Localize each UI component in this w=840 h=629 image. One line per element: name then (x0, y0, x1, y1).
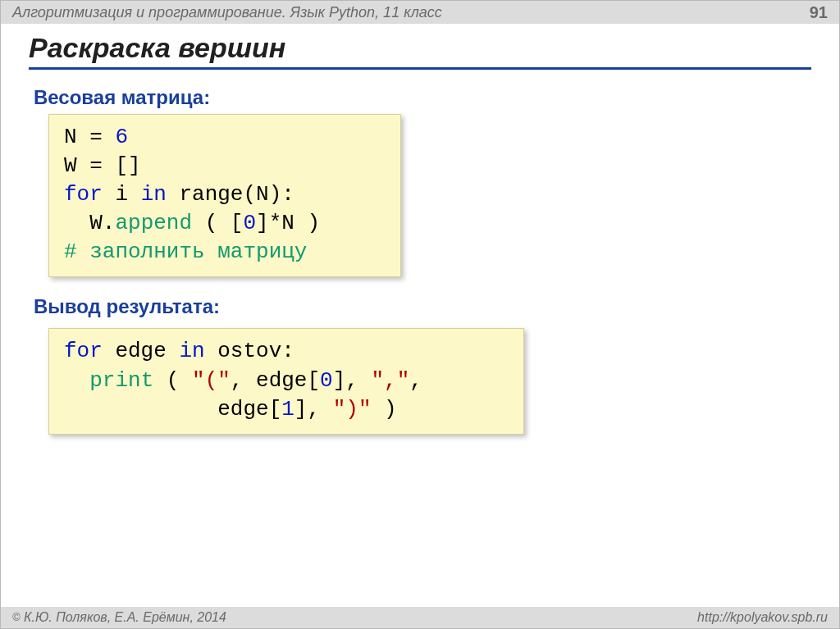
footer-authors: К.Ю. Поляков, Е.А. Ерёмин, 2014 (21, 610, 226, 624)
footer-bar: © К.Ю. Поляков, Е.А. Ерёмин, 2014 http:/… (1, 607, 839, 628)
code-text: W. (64, 211, 115, 235)
slide: Алгоритмизация и программирование. Язык … (0, 0, 840, 629)
code-text: N (64, 125, 77, 149)
code-number: 1 (281, 397, 294, 422)
code-string: "," (372, 368, 410, 393)
code-comment: # заполнить матрицу (64, 239, 307, 264)
code-number: 0 (320, 368, 333, 393)
code-string: ")" (333, 397, 372, 422)
slide-body: Весовая матрица: N = 6 W = [] for i in r… (1, 73, 839, 435)
code-text: W = [] (64, 153, 141, 178)
code-text: = (77, 125, 116, 149)
code-func: append (115, 211, 192, 235)
code-text: edge[ (64, 397, 281, 422)
code-block-matrix: N = 6 W = [] for i in range(N): W.append… (48, 114, 401, 277)
code-keyword: in (141, 182, 167, 207)
code-number: 6 (115, 125, 128, 149)
page-number: 91 (810, 3, 828, 22)
code-text: ], (294, 397, 333, 422)
code-keyword: for (64, 339, 103, 363)
code-text: , (409, 368, 422, 393)
footer-copyright: © К.Ю. Поляков, Е.А. Ерёмин, 2014 (12, 610, 226, 625)
section-matrix-label: Весовая матрица: (34, 86, 806, 109)
footer-url: http://kpolyakov.spb.ru (697, 610, 828, 625)
title-area: Раскраска вершин (1, 24, 839, 73)
code-block-output: for edge in ostov: print ( "(", edge[0],… (48, 328, 524, 434)
code-text (64, 368, 89, 393)
code-string: "(" (192, 368, 231, 393)
course-title: Алгоритмизация и программирование. Язык … (12, 4, 442, 21)
code-text: range(N): (167, 182, 294, 207)
code-number: 0 (243, 211, 256, 235)
code-text: ( [ (192, 211, 243, 235)
title-underline (29, 67, 811, 70)
code-text: i (103, 182, 141, 207)
code-text: ) (371, 397, 396, 422)
code-text: ]*N ) (256, 211, 320, 235)
code-func: print (89, 368, 153, 393)
code-text: edge (103, 339, 180, 363)
code-text: , edge[ (231, 368, 320, 393)
section-output-label: Вывод результата: (34, 295, 806, 318)
code-keyword: in (179, 339, 204, 363)
code-text: ostov: (205, 339, 294, 363)
code-text: ( (153, 368, 192, 393)
copyright-icon: © (12, 611, 21, 623)
code-text: ], (333, 368, 372, 393)
slide-title: Раскраска вершин (29, 32, 811, 64)
header-bar: Алгоритмизация и программирование. Язык … (1, 1, 839, 24)
code-keyword: for (64, 182, 103, 207)
